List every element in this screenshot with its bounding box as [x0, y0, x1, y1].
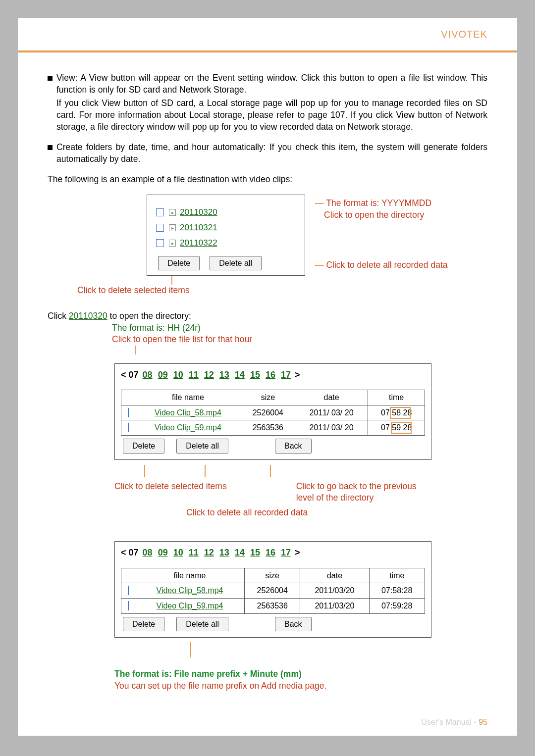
view-paragraph-2: If you click View button of SD card, a L…: [56, 98, 487, 133]
hour-link[interactable]: 16: [266, 370, 275, 380]
hour-link[interactable]: 10: [173, 548, 183, 557]
nav-left[interactable]: <: [121, 548, 126, 557]
ann-mid-delall: Click to delete all recorded data: [186, 507, 487, 519]
cell-date: 2011/ 03/ 20: [295, 405, 368, 420]
hour-link[interactable]: 13: [219, 370, 229, 380]
bullet-view: View: A View button will appear on the E…: [48, 72, 487, 133]
checkbox[interactable]: [156, 239, 164, 247]
cell-time: 07 59 28: [381, 422, 412, 433]
checkbox[interactable]: [156, 224, 164, 232]
file-link[interactable]: Video Clip_59.mp4: [157, 602, 223, 610]
ann-open-dir: Click to open the directory: [324, 209, 448, 221]
hour-link[interactable]: 17: [281, 548, 291, 557]
file-link[interactable]: Video Clip_59.mp4: [155, 423, 221, 432]
checkbox[interactable]: [128, 601, 129, 610]
click-pre: Click: [48, 311, 69, 321]
checkbox[interactable]: [128, 408, 129, 417]
file-panel-2: < 07 08 09 10 11 12 13 14 15 16 17 > fil…: [114, 541, 431, 638]
nav-right[interactable]: >: [295, 548, 300, 557]
hour-link[interactable]: 08: [143, 548, 153, 557]
hour-link[interactable]: 16: [266, 548, 275, 557]
delete-all-button[interactable]: Delete all: [176, 439, 228, 454]
page-header: VIVOTEK: [18, 18, 517, 52]
bullet-square-icon: [48, 76, 53, 81]
mid-annotations: Click to delete selected items Click to …: [114, 481, 487, 504]
hour-link[interactable]: 11: [189, 548, 199, 557]
checkbox[interactable]: [128, 586, 129, 595]
ann-del-all: Click to delete all recorded data: [326, 260, 447, 270]
file-panel-1: < 07 08 09 10 11 12 13 14 15 16 17 > fil…: [114, 363, 431, 460]
ann-del-sel: Click to delete selected items: [77, 285, 487, 297]
footer-text: User's Manual -: [421, 718, 479, 726]
folder-link[interactable]: 20110320: [180, 207, 217, 218]
ann-format-hh: The format is: HH (24r): [112, 322, 487, 334]
table-header-row: file name size date time: [121, 390, 425, 405]
folder-row: ▸ 20110320: [156, 207, 298, 218]
nav-right[interactable]: >: [295, 370, 300, 380]
th-date: date: [295, 390, 368, 405]
th-check: [121, 390, 135, 405]
leader-line: [171, 276, 172, 285]
delete-button[interactable]: Delete: [158, 256, 200, 271]
delete-button[interactable]: Delete: [123, 617, 164, 632]
hour-link[interactable]: 10: [173, 370, 183, 380]
hour-link[interactable]: 15: [250, 370, 260, 380]
hour-link[interactable]: 09: [158, 548, 168, 557]
foot-line1: The format is: File name prefix + Minute…: [114, 668, 487, 680]
expand-icon[interactable]: ▸: [169, 240, 176, 247]
table-row: Video Clip_59.mp4 2563536 2011/03/20 07:…: [121, 598, 425, 613]
right-annotations: — The format is: YYYYMMDD Click to open …: [315, 198, 448, 271]
th-name: file name: [135, 390, 241, 405]
view-paragraph-1: View: A View button will appear on the E…: [56, 72, 487, 96]
file-link[interactable]: Video Clip_58.mp4: [155, 408, 221, 417]
expand-icon[interactable]: ▸: [169, 209, 176, 216]
table-row: Video Clip_58.mp4 2526004 2011/03/20 07:…: [121, 583, 425, 599]
th-size: size: [244, 568, 300, 583]
back-button[interactable]: Back: [275, 617, 312, 632]
hour-link[interactable]: 15: [250, 548, 260, 557]
hour-link[interactable]: 09: [158, 370, 168, 380]
hour-link[interactable]: 17: [281, 370, 291, 380]
folder-row: ▸ 20110321: [156, 222, 298, 234]
checkbox[interactable]: [156, 208, 164, 216]
file-table: file name size date time Video Clip_58.m…: [121, 390, 425, 436]
click-folder-link[interactable]: 20110320: [69, 311, 107, 321]
cell-time: 07:59:28: [369, 598, 425, 613]
hour-current: 07: [129, 370, 139, 380]
leader-icon: —: [315, 260, 326, 270]
file-link[interactable]: Video Clip_58.mp4: [157, 586, 223, 595]
folder-buttons: Delete Delete all: [156, 256, 298, 271]
hour-link[interactable]: 13: [219, 548, 229, 557]
folder-row: ▸ 20110322: [156, 238, 298, 249]
hour-link[interactable]: 14: [235, 370, 245, 380]
leader-lines: [114, 465, 487, 477]
hour-link[interactable]: 11: [189, 370, 199, 380]
ann-format-date: The format is: YYYYMMDD: [326, 198, 431, 208]
hour-link[interactable]: 14: [235, 548, 245, 557]
cell-size: 2563536: [241, 420, 295, 436]
back-button[interactable]: Back: [275, 439, 312, 454]
click-post: to open the directory:: [107, 311, 191, 321]
checkbox[interactable]: [128, 423, 129, 432]
hour-nav: < 07 08 09 10 11 12 13 14 15 16 17 >: [121, 369, 425, 381]
table-row: Video Clip_59.mp4 2563536 2011/ 03/ 20 0…: [121, 420, 425, 436]
nav-left[interactable]: <: [121, 370, 126, 380]
delete-button[interactable]: Delete: [123, 439, 164, 454]
hour-link[interactable]: 12: [204, 370, 214, 380]
expand-icon[interactable]: ▸: [169, 224, 176, 231]
folder-figure: ▸ 20110320 ▸ 20110321 ▸ 20110322 Delete …: [147, 195, 487, 276]
delete-all-button[interactable]: Delete all: [176, 617, 228, 632]
footer-annotation: The format is: File name prefix + Minute…: [114, 668, 487, 692]
ann-open-hour: Click to open the file list for that hou…: [112, 334, 487, 346]
th-size: size: [241, 390, 295, 405]
cell-date: 2011/ 03/ 20: [295, 420, 368, 436]
delete-all-button[interactable]: Delete all: [210, 256, 262, 271]
create-paragraph: Create folders by date, time, and hour a…: [56, 142, 487, 165]
folder-link[interactable]: 20110322: [180, 238, 217, 249]
hour-link[interactable]: 12: [204, 548, 214, 557]
panel-buttons: Delete Delete all Back: [121, 439, 425, 454]
example-intro: The following is an example of a file de…: [48, 174, 487, 186]
bullet-square-icon: [48, 145, 53, 150]
folder-link[interactable]: 20110321: [180, 222, 217, 234]
hour-link[interactable]: 08: [143, 370, 153, 380]
